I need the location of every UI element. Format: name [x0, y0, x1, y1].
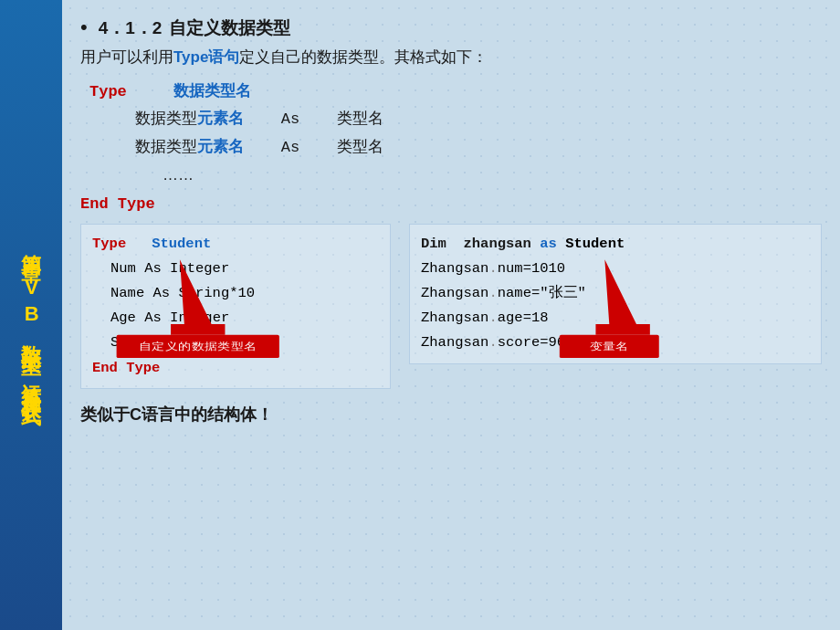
type-kw-left: Type — [92, 236, 126, 252]
type-name: 数据类型名 — [173, 83, 251, 100]
element-name-1: 元素名 — [197, 110, 244, 128]
right-column: Dim zhangsan as Student Zhangsan.num=101… — [409, 224, 822, 389]
bullet-point: • — [80, 17, 88, 37]
score-line: Score As Single — [110, 331, 379, 355]
format-line-1: 数据类型元素名 As 类型名 — [135, 106, 822, 134]
main-content: • 4．1．2 自定义数据类型 用户可以利用Type语句定义自己的数据类型。其格… — [62, 0, 840, 630]
left-end-type: End Type — [92, 356, 379, 381]
type-highlight: Type语句 — [173, 48, 239, 66]
format-block: Type 数据类型名 数据类型元素名 As 类型名 数据类型元素名 As 类型名… — [89, 79, 822, 190]
end-keyword: End Type — [80, 195, 155, 213]
type-keyword-line: Type 数据类型名 — [89, 79, 822, 107]
element-name-2: 元素名 — [197, 139, 244, 156]
left-code-lines: Num As Integer Name As String*10 Age As … — [110, 257, 379, 356]
left-column: Type Student Num As Integer Name As Stri… — [80, 224, 391, 389]
description-line: 用户可以利用Type语句定义自己的数据类型。其格式如下： — [80, 46, 822, 69]
sidebar-title: 第四章 VB数据类型、运算符和表达式 — [19, 238, 43, 393]
student-type-name: Student — [152, 236, 211, 252]
end-type-keyword-left: End Type — [92, 360, 160, 376]
section-number: 4．1．2 — [99, 16, 163, 40]
two-column-section: Type Student Num As Integer Name As Stri… — [80, 224, 822, 389]
zhangsan-score: Zhangsan.score=96 — [421, 331, 810, 355]
zhangsan-num: Zhangsan.num=1010 — [421, 257, 810, 281]
left-code-title: Type Student — [92, 232, 379, 257]
section-title: 自定义数据类型 — [169, 16, 290, 40]
zhangsan-age: Zhangsan.age=18 — [421, 306, 810, 331]
bottom-line: 类似于C语言中的结构体！ — [80, 404, 822, 425]
right-code-box: Dim zhangsan as Student Zhangsan.num=101… — [409, 224, 822, 364]
sidebar: 第四章 VB数据类型、运算符和表达式 — [0, 0, 62, 630]
type-keyword: Type — [89, 83, 127, 100]
left-code-box: Type Student Num As Integer Name As Stri… — [80, 224, 391, 389]
name-line: Name As String*10 — [110, 281, 379, 306]
ellipsis: …… — [163, 162, 822, 190]
section-heading: • 4．1．2 自定义数据类型 — [80, 16, 822, 40]
num-line: Num As Integer — [110, 257, 379, 281]
format-line-2: 数据类型元素名 As 类型名 — [135, 134, 822, 163]
right-code-title: Dim zhangsan as Student — [421, 232, 810, 257]
zhangsan-name: Zhangsan.name="张三" — [421, 281, 810, 306]
right-code-lines: Zhangsan.num=1010 Zhangsan.name="张三" Zha… — [421, 257, 810, 356]
age-line: Age As Integer — [110, 306, 379, 331]
bottom-text: 类似于C语言中的结构体！ — [80, 405, 273, 424]
end-type-line: End Type — [80, 195, 822, 213]
